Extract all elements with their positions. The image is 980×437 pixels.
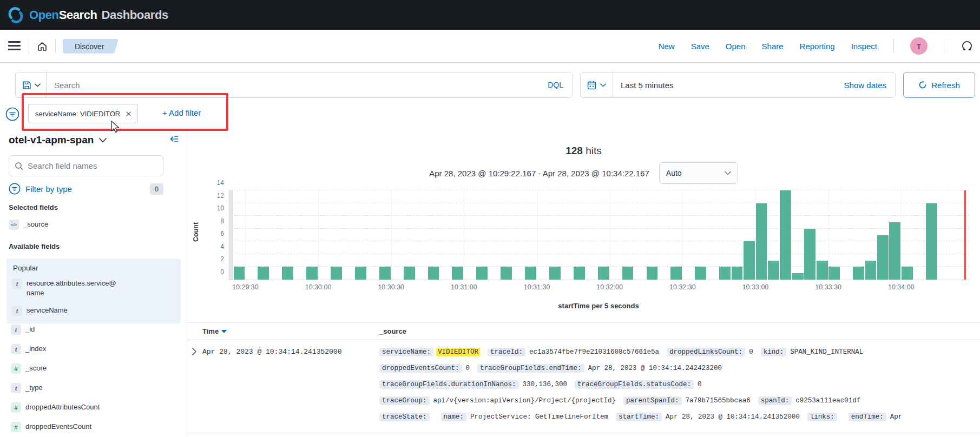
nav-open[interactable]: Open (726, 42, 746, 51)
histogram-bar[interactable] (476, 267, 488, 280)
field-search-box[interactable]: Search field names (9, 155, 163, 176)
show-dates-button[interactable]: Show dates (844, 81, 895, 90)
histogram-bar[interactable] (549, 267, 561, 280)
refresh-button[interactable]: Refresh (903, 72, 975, 98)
nav-share[interactable]: Share (762, 42, 784, 51)
histogram-bar[interactable] (574, 267, 585, 280)
source-key-badge: kind: (761, 348, 787, 356)
expand-row-icon[interactable] (190, 347, 199, 356)
y-tick-label: 0 (209, 268, 224, 276)
nav-reporting[interactable]: Reporting (800, 42, 835, 51)
field-label: _type (25, 383, 43, 393)
histogram-bar[interactable] (525, 267, 536, 280)
popular-fields-section: Popular tresource.attributes.service@nam… (6, 259, 181, 323)
query-language-button[interactable]: DQL (539, 81, 572, 89)
search-input[interactable] (47, 81, 539, 90)
histogram-bar[interactable] (452, 267, 463, 280)
field-item-_source[interactable]: </>_source (9, 220, 48, 230)
global-filter-icon[interactable] (5, 107, 19, 121)
breadcrumb-discover[interactable]: Discover (63, 39, 111, 54)
number-field-icon: # (11, 402, 21, 413)
omega-ring-icon[interactable] (961, 39, 974, 52)
histogram-bar[interactable] (877, 235, 889, 280)
collapse-sidebar-icon[interactable] (169, 134, 179, 144)
add-filter-button[interactable]: + Add filter (162, 108, 201, 117)
date-picker-menu[interactable] (581, 72, 613, 97)
y-gridline (228, 215, 969, 216)
end-time-marker-line (964, 190, 966, 280)
histogram-bar[interactable] (865, 261, 877, 280)
histogram-bar[interactable] (889, 222, 900, 280)
field-item-resourceattributesservicename[interactable]: tresource.attributes.service@name (12, 279, 176, 298)
histogram-bar[interactable] (501, 267, 512, 280)
menu-icon[interactable] (8, 41, 21, 50)
histogram-bar[interactable] (780, 190, 791, 280)
nav-save[interactable]: Save (691, 42, 709, 51)
histogram-bar[interactable] (695, 267, 706, 280)
histogram-bar[interactable] (853, 267, 864, 280)
remove-filter-icon[interactable]: ✕ (125, 110, 132, 118)
chevron-down-icon (725, 171, 731, 175)
top-nav: New Save Open Share Reporting Inspect T (659, 30, 974, 62)
field-item-_score[interactable]: #_score (11, 363, 100, 374)
user-avatar[interactable]: T (910, 37, 928, 55)
histogram-bar[interactable] (355, 267, 366, 280)
histogram-bar[interactable] (756, 203, 767, 280)
index-pattern-selector[interactable]: otel-v1-apm-span (9, 134, 107, 146)
histogram-bar[interactable] (792, 273, 804, 280)
histogram-bar[interactable] (282, 267, 293, 280)
histogram-bar[interactable] (902, 267, 913, 280)
histogram-bar[interactable] (647, 267, 658, 280)
histogram-bar[interactable] (428, 267, 439, 280)
field-item-_index[interactable]: t_index (11, 344, 100, 354)
histogram-bar[interactable] (258, 267, 269, 280)
column-header-time[interactable]: Time (202, 327, 227, 335)
histogram-bar[interactable] (768, 261, 779, 280)
field-item-droppedEventsCount[interactable]: #droppedEventsCount (11, 422, 100, 432)
x-tick-label: 10:30:00 (305, 283, 332, 291)
text-field-icon: t (12, 306, 22, 316)
hits-label: hits (586, 145, 602, 156)
source-key-badge: droppedEventsCount: (379, 364, 462, 373)
histogram-bar[interactable] (598, 267, 609, 280)
x-axis-title: startTime per 5 seconds (228, 302, 969, 310)
saved-query-menu[interactable] (16, 72, 46, 97)
histogram-bar[interactable] (306, 267, 318, 280)
histogram-bar[interactable] (926, 203, 937, 280)
source-value: 0 (698, 381, 702, 388)
x-gridline (610, 190, 610, 280)
histogram-bar[interactable] (732, 267, 743, 280)
field-label: serviceName (27, 306, 68, 315)
field-item-_id[interactable]: t_id (11, 325, 100, 335)
divider (55, 39, 56, 54)
histogram-bar[interactable] (234, 267, 245, 280)
histogram-bar[interactable] (719, 267, 731, 280)
source-key-badge: traceGroupFields.statusCode: (575, 380, 694, 389)
filter-by-type-button[interactable]: Filter by type 0 (9, 183, 163, 195)
histogram-bar[interactable] (622, 267, 634, 280)
histogram-bar[interactable] (670, 267, 682, 280)
field-search-placeholder: Search field names (28, 161, 97, 170)
histogram-bar[interactable] (744, 241, 755, 280)
filter-pill-servicename[interactable]: serviceName: VIDIEDITOR ✕ (28, 104, 138, 123)
field-label: _index (25, 344, 46, 354)
time-range-value[interactable]: Last 5 minutes (613, 81, 844, 90)
home-button[interactable] (35, 39, 50, 54)
nav-inspect[interactable]: Inspect (851, 42, 877, 51)
field-item-droppedAttributesCount[interactable]: #droppedAttributesCount (11, 402, 100, 413)
y-gridline (228, 241, 969, 241)
field-item-_type[interactable]: t_type (11, 383, 100, 393)
nav-new[interactable]: New (659, 42, 675, 51)
histogram-chart[interactable]: 0246810121410:29:3010:30:0010:30:3010:31… (228, 190, 969, 280)
histogram-bar[interactable] (331, 267, 342, 280)
y-gridline (228, 203, 969, 203)
histogram-bar[interactable] (828, 267, 840, 280)
source-value: ec1a3574fbe7f9e21031608c57661e5a (529, 348, 659, 356)
interval-select[interactable]: Auto (659, 162, 738, 184)
x-tick-label: 10:30:30 (378, 283, 404, 291)
histogram-bar[interactable] (379, 267, 391, 280)
histogram-bar[interactable] (404, 267, 415, 280)
field-item-serviceName[interactable]: tserviceName (12, 306, 176, 316)
histogram-bar[interactable] (804, 229, 815, 280)
histogram-bar[interactable] (817, 261, 828, 280)
